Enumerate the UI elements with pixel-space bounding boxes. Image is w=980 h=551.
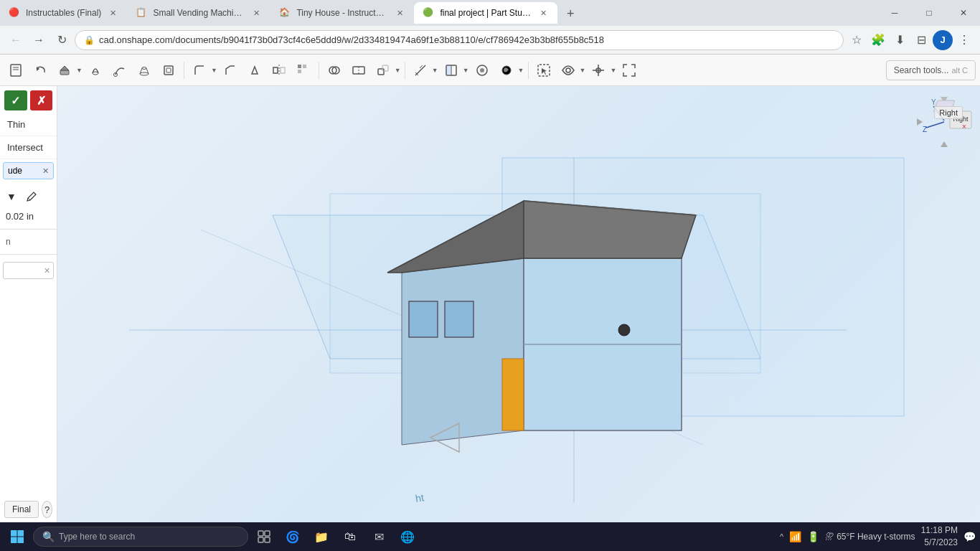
shell-tool[interactable] [157,59,180,82]
snap-tool[interactable] [587,59,610,82]
tab-tiny-house[interactable]: 🏠 Tiny House - Instructables ✕ [270,2,414,24]
extrude-tool-arrow[interactable]: ▼ [76,67,83,74]
draft-tool[interactable] [243,59,266,82]
network-icon[interactable]: 📶 [789,531,801,542]
new-tab-button[interactable]: + [560,4,580,24]
viewport[interactable]: ht Ri [57,86,980,522]
tool-row: ▼ [0,185,57,208]
address-text: cad.onshape.com/documents/b9041f73b0d73c… [99,34,834,45]
display-tool[interactable] [471,59,494,82]
split-tool[interactable] [347,59,370,82]
browser-actions: ☆ 🧩 ⬇ ⊟ J ⋮ [847,30,974,50]
chamfer-tool[interactable] [219,59,242,82]
intersect-menu-item[interactable]: Intersect [0,136,57,159]
render-tool[interactable] [495,59,518,82]
render-arrow[interactable]: ▼ [518,67,524,74]
forward-button[interactable]: → [29,30,49,50]
task-view-button[interactable] [251,524,277,550]
final-button[interactable]: Final [4,501,39,518]
input-clear-icon[interactable]: ✕ [41,165,50,177]
boolean-tool[interactable] [323,59,346,82]
tab-close-2[interactable]: ✕ [250,7,262,19]
tab-close-3[interactable]: ✕ [394,7,405,19]
clock-display[interactable]: 11:18 PM 5/7/2023 [921,524,958,549]
reload-button[interactable]: ↻ [52,30,72,50]
tool-dropdown[interactable]: ▼ [3,188,20,205]
maximize-button[interactable]: □ [913,0,946,26]
minimize-button[interactable]: ─ [878,0,911,26]
measure-tool-group[interactable]: ▼ [409,59,438,82]
snap-arrow[interactable]: ▼ [610,67,616,74]
sweep-tool[interactable] [108,59,131,82]
tab-close-1[interactable]: ✕ [107,7,118,19]
extrude-tool[interactable] [53,59,76,82]
transform-tool[interactable] [372,59,395,82]
entity-input[interactable] [6,164,41,177]
fillet-tool-group[interactable]: ▼ [188,59,217,82]
measure-tool[interactable] [409,59,432,82]
fillet-arrow[interactable]: ▼ [211,67,217,74]
transform-arrow[interactable]: ▼ [395,67,401,74]
tab-search-button[interactable]: ⊟ [911,30,931,50]
help-button[interactable]: ? [42,501,52,518]
fit-all-tool[interactable] [618,59,641,82]
cancel-button[interactable]: ✗ [30,90,53,110]
tab-instructables[interactable]: 🔴 Instructables (Final) ✕ [0,2,127,24]
render-tool-group[interactable]: ▼ [495,59,524,82]
address-bar[interactable]: 🔒 cad.onshape.com/documents/b9041f73b0d7… [75,30,844,50]
mail-button[interactable]: ✉ [366,524,392,550]
section-input-row[interactable]: ✕ [3,262,54,279]
new-doc-tool[interactable] [4,59,27,82]
undo-tool[interactable] [29,59,52,82]
nav-cube[interactable]: Right Y Z × [915,93,973,151]
section-input[interactable] [6,264,44,277]
extrude-tool-group[interactable]: ▼ [53,59,83,82]
view-arrow[interactable]: ▼ [580,67,586,74]
bookmark-button[interactable]: ☆ [847,30,867,50]
entity-input-row[interactable]: ✕ [3,162,54,179]
fillet-tool[interactable] [188,59,211,82]
edge-taskbar-button[interactable]: 🌀 [280,524,306,550]
extension-button[interactable]: 🧩 [868,30,888,50]
tab-final-project[interactable]: 🟢 final project | Part Studio 1 ✕ [414,2,557,24]
profile-avatar[interactable]: J [933,30,953,50]
transform-tool-group[interactable]: ▼ [372,59,401,82]
revolve-tool[interactable] [84,59,107,82]
section-clear-icon[interactable]: ✕ [44,266,50,276]
tray-chevron-up[interactable]: ^ [780,532,783,541]
search-tools-button[interactable]: Search tools... alt C [886,60,976,80]
snap-tool-group[interactable]: ▼ [587,59,616,82]
battery-icon[interactable]: 🔋 [807,531,819,542]
section-tool[interactable] [440,59,463,82]
menu-button[interactable]: ⋮ [954,30,974,50]
thin-menu-item[interactable]: Thin [0,113,57,136]
close-button[interactable]: ✕ [947,0,980,26]
view-tool[interactable] [557,59,580,82]
notification-center-button[interactable]: 💬 [963,531,976,542]
tab-vending[interactable]: 📋 Small Vending Machine : 5 Steps... ✕ [127,2,270,24]
back-button[interactable]: ← [6,30,26,50]
clock-time: 11:18 PM [921,524,958,537]
measure-arrow[interactable]: ▼ [432,67,438,74]
confirm-button[interactable]: ✓ [4,90,27,110]
mirror-tool[interactable] [268,59,291,82]
tab-favicon-4: 🟢 [423,7,434,19]
tab-close-4[interactable]: ✕ [537,7,549,19]
taskbar-search[interactable]: 🔍 Type here to search [33,527,248,547]
weather-display[interactable]: ⛈ 65°F Heavy t-storms [825,532,915,542]
pencil-tool[interactable] [23,188,40,205]
select-tool[interactable] [532,59,555,82]
loft-tool[interactable] [133,59,156,82]
view-tool-group[interactable]: ▼ [557,59,586,82]
section-arrow[interactable]: ▼ [463,67,469,74]
store-button[interactable]: 🛍 [337,524,363,550]
separator-2 [319,62,319,79]
start-button[interactable] [4,524,30,550]
chrome-taskbar-button[interactable]: 🌐 [395,524,420,550]
pattern-tool[interactable] [292,59,315,82]
svg-text:ht: ht [415,491,425,504]
download-button[interactable]: ⬇ [890,30,910,50]
address-bar-row: ← → ↻ 🔒 cad.onshape.com/documents/b9041f… [0,26,980,55]
file-explorer-button[interactable]: 📁 [308,524,334,550]
section-tool-group[interactable]: ▼ [440,59,469,82]
